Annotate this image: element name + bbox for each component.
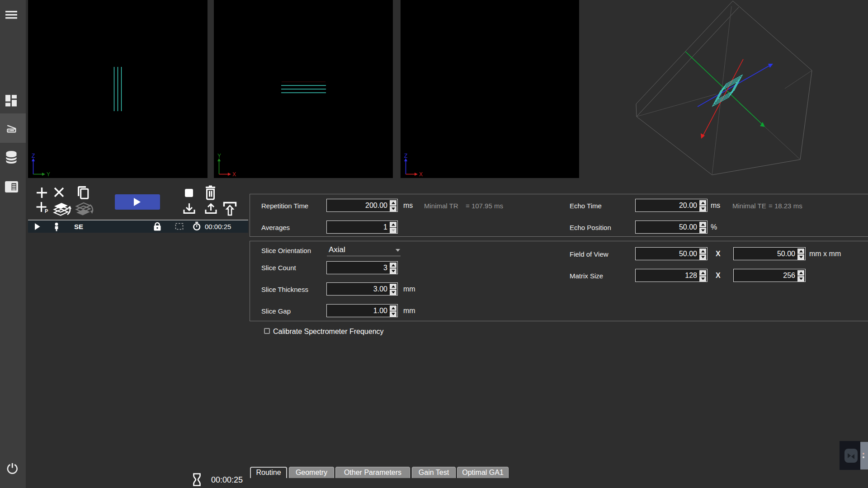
svg-text:Y: Y	[47, 171, 50, 178]
svg-text:P: P	[45, 208, 48, 214]
svg-text:Z: Z	[32, 153, 35, 159]
svg-text:SE: SE	[74, 223, 83, 230]
svg-text:Y: Y	[217, 153, 221, 159]
svg-text:00:00:25: 00:00:25	[205, 223, 231, 230]
svg-text:X: X	[232, 171, 236, 178]
svg-text:X: X	[419, 171, 423, 178]
svg-text:Z: Z	[404, 153, 407, 159]
